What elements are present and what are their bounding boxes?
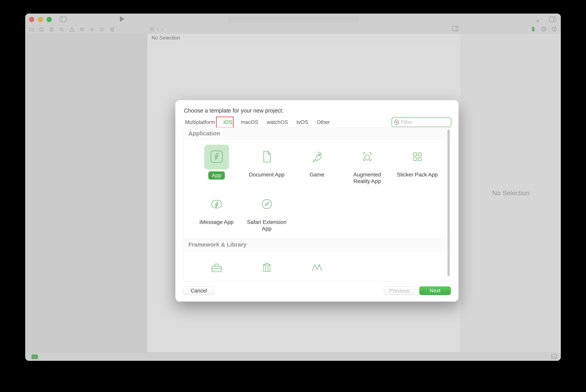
svg-point-10	[60, 28, 63, 30]
svg-rect-0	[60, 17, 66, 22]
close-window-icon[interactable]	[29, 17, 34, 22]
svg-rect-34	[418, 153, 421, 156]
sticker-grid-icon	[410, 150, 424, 164]
svg-rect-36	[418, 158, 421, 160]
svg-rect-7	[50, 28, 53, 29]
previous-button[interactable]: Previous	[384, 286, 415, 295]
editor-options-icon[interactable]	[452, 26, 458, 32]
template-static-library[interactable]: Static Library	[242, 254, 292, 282]
doc-icon	[260, 150, 274, 164]
svg-rect-20	[150, 27, 152, 29]
next-button[interactable]: Next	[419, 286, 451, 295]
filter-field[interactable]	[392, 118, 451, 126]
svg-marker-42	[263, 263, 271, 265]
scrollbar[interactable]	[447, 130, 450, 276]
template-body: Application App Document App	[183, 128, 451, 282]
editor-no-selection-label: No Selection	[147, 34, 461, 42]
svg-point-38	[262, 200, 271, 209]
platform-tabs: Multiplatform iOS macOS watchOS tvOS Oth…	[175, 117, 458, 128]
svg-rect-24	[452, 26, 458, 31]
filter-bar-icon[interactable]	[32, 354, 38, 359]
svg-rect-22	[150, 30, 152, 31]
svg-point-12	[91, 29, 93, 30]
history-inspector-icon[interactable]	[541, 26, 546, 32]
forward-chevron-icon[interactable]: ›	[161, 27, 163, 32]
svg-rect-23	[152, 30, 154, 31]
tab-ios[interactable]: iOS	[219, 117, 237, 127]
inspector-toolbar: ?	[530, 26, 557, 32]
sheet-footer: Cancel Previous Next	[175, 282, 458, 302]
imessage-app-icon	[210, 197, 224, 212]
tab-multiplatform[interactable]: Multiplatform	[181, 117, 219, 127]
titlebar: +	[25, 14, 561, 25]
svg-rect-31	[211, 151, 222, 162]
left-sidebar-toggle-icon[interactable]	[60, 17, 67, 22]
svg-rect-3	[549, 17, 556, 22]
test-nav-icon[interactable]	[79, 26, 85, 32]
debug-nav-icon[interactable]	[89, 26, 95, 32]
tab-other[interactable]: Other	[312, 117, 334, 127]
right-sidebar-toggle-icon[interactable]	[549, 17, 556, 23]
template-game[interactable]: Game	[292, 143, 342, 186]
tab-macos[interactable]: macOS	[237, 117, 263, 127]
svg-rect-33	[413, 153, 417, 156]
toolbox-icon	[210, 261, 224, 276]
library-icon	[260, 261, 274, 276]
traffic-lights	[29, 17, 52, 22]
svg-rect-40	[212, 266, 221, 272]
section-framework-header: Framework & Library	[183, 238, 450, 251]
new-project-sheet: Choose a template for your new project: …	[175, 100, 458, 302]
inspector-pane: No Selection	[461, 34, 561, 352]
inspector-no-selection-label: No Selection	[492, 189, 530, 197]
svg-rect-35	[413, 158, 417, 160]
folder-nav-icon[interactable]	[29, 26, 35, 32]
file-inspector-icon[interactable]	[530, 26, 536, 32]
template-safari-extension[interactable]: Safari Extension App	[242, 190, 292, 234]
svg-rect-21	[152, 27, 154, 29]
report-nav-icon[interactable]	[109, 26, 115, 32]
sheet-title: Choose a template for your new project:	[175, 100, 458, 117]
issue-nav-icon[interactable]	[69, 26, 75, 32]
debug-area-toggle-icon[interactable]	[551, 354, 557, 360]
application-grid: App Document App Game	[183, 140, 450, 238]
source-control-nav-icon[interactable]	[39, 26, 45, 32]
filter-input[interactable]	[401, 119, 449, 125]
section-application-header: Application	[183, 128, 450, 140]
related-items-icon[interactable]	[150, 27, 154, 32]
svg-rect-37	[212, 200, 222, 208]
minimize-window-icon[interactable]	[38, 17, 43, 22]
help-inspector-icon[interactable]: ?	[551, 26, 557, 32]
tab-watchos[interactable]: watchOS	[263, 117, 292, 127]
status-bar	[25, 352, 561, 361]
svg-rect-17	[111, 28, 114, 31]
template-metal-library[interactable]: Metal Library	[292, 254, 342, 282]
cancel-button[interactable]: Cancel	[183, 286, 215, 295]
symbol-nav-icon[interactable]	[49, 26, 55, 32]
run-button-icon[interactable]	[118, 16, 125, 23]
filter-icon	[394, 120, 399, 125]
zoom-window-icon[interactable]	[47, 17, 52, 22]
navigator-toolbar	[25, 25, 561, 34]
search-nav-icon[interactable]	[59, 26, 65, 32]
breakpoint-nav-icon[interactable]	[99, 26, 105, 32]
tab-tvos[interactable]: tvOS	[292, 117, 312, 127]
svg-marker-39	[265, 202, 268, 206]
framework-grid: Framework Static Library Metal Library	[183, 251, 450, 282]
template-app[interactable]: App	[192, 143, 242, 186]
navigator-pane	[25, 34, 147, 352]
rocket-icon	[310, 150, 324, 164]
compass-icon	[260, 197, 274, 212]
template-document-app[interactable]: Document App	[242, 143, 292, 186]
template-imessage-app[interactable]: iMessage App	[192, 190, 242, 234]
scheme-capsule[interactable]	[227, 16, 359, 23]
add-tab-icon[interactable]: +	[536, 18, 539, 24]
ar-icon	[360, 150, 374, 164]
back-chevron-icon[interactable]: ‹	[157, 27, 159, 32]
template-ar-app[interactable]: Augmented Reality App	[342, 143, 392, 186]
metal-icon	[310, 261, 324, 276]
svg-marker-2	[120, 16, 124, 22]
template-framework[interactable]: Framework	[192, 254, 242, 282]
template-sticker-pack[interactable]: Sticker Pack App	[392, 143, 442, 186]
app-icon	[210, 150, 224, 164]
svg-text:?: ?	[553, 27, 555, 31]
